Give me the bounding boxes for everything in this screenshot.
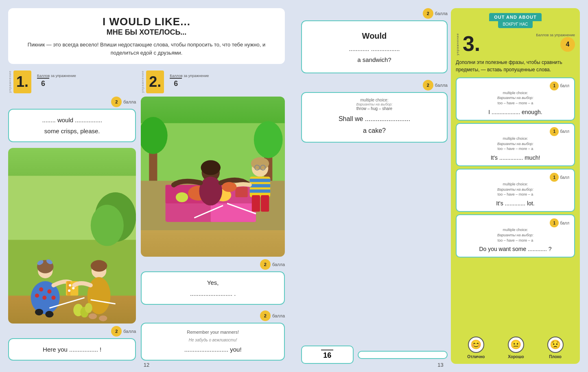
ex1-points1-label: балла bbox=[123, 99, 136, 104]
description: Пикник — это всегда весело! Впиши недост… bbox=[20, 41, 273, 57]
smiley-good[interactable]: 😐 Хорошо bbox=[508, 337, 524, 359]
ex3-card0-text: I .................. enough. bbox=[461, 106, 569, 117]
ex1-sentence1-line2: some crisps, please. bbox=[15, 125, 129, 136]
title-en: I WOULD LIKE... bbox=[20, 15, 273, 28]
ex3-card1-badge: 1 bbox=[550, 127, 559, 136]
ex3-card3-choices: multiple choice: Варианты на выбор: too … bbox=[461, 227, 569, 243]
ex2-yes-line1: Yes, bbox=[148, 277, 278, 288]
ex2-points1-badge: 2 bbox=[260, 259, 271, 270]
svg-point-11 bbox=[47, 289, 51, 293]
shall-card-wrapper: 2 балла multiple choice: Варианты на выб… bbox=[301, 80, 448, 146]
svg-point-56 bbox=[222, 182, 236, 192]
ex1-illustration bbox=[8, 148, 136, 324]
ex3-card-3[interactable]: 1 балл multiple choice: Варианты на выбо… bbox=[456, 214, 575, 258]
ex1-sentence1-card[interactable]: ........ would ................ some cri… bbox=[8, 109, 136, 142]
ex2-score-value: 6 bbox=[170, 78, 182, 88]
total-score-card: 16 bbox=[301, 346, 354, 364]
svg-point-16 bbox=[45, 311, 53, 317]
ex3-score-badge: 4 bbox=[560, 37, 575, 52]
svg-rect-43 bbox=[236, 187, 248, 197]
header-card: I WOULD LIKE... МНЕ БЫ ХОТЕЛОСЬ... Пикни… bbox=[8, 8, 285, 64]
smiley-excellent[interactable]: 😊 Отлично bbox=[467, 337, 485, 359]
ex3-card2-badge: 1 bbox=[550, 173, 559, 182]
ex3-vertical-label: упражнение bbox=[456, 33, 459, 55]
shall-card[interactable]: multiple choice: Варианты на выбор: thro… bbox=[301, 92, 448, 143]
would-card[interactable]: Would ............ ................. a s… bbox=[301, 20, 448, 73]
svg-point-26 bbox=[99, 315, 107, 321]
ex3-card2-text: It's ............. lot. bbox=[461, 197, 569, 208]
ex2-remember-ru: Не забудь о вежливости! bbox=[148, 337, 278, 344]
ex1-sentence2: Here you ................. ! bbox=[15, 344, 129, 355]
exercise-2-col-left: упражнение 2. Баллов за упражнение 6 bbox=[141, 70, 285, 364]
title-ru: МНЕ БЫ ХОТЕЛОСЬ... bbox=[20, 28, 273, 37]
ex3-description: Дополни эти полезные фразы, чтобы сравни… bbox=[456, 59, 575, 73]
ex3-header-area: OUT AND ABOUT ВОКРУГ НАС bbox=[456, 13, 575, 30]
ex2-points2-label: балла bbox=[272, 313, 285, 318]
svg-rect-51 bbox=[250, 179, 271, 182]
svg-point-12 bbox=[42, 296, 46, 300]
smiley-bad[interactable]: 😟 Плохо bbox=[547, 337, 564, 359]
svg-point-21 bbox=[68, 289, 70, 292]
ex2-points1-label: балла bbox=[272, 262, 285, 267]
ex3-card3-text: Do you want some ............ ? bbox=[461, 243, 569, 253]
smiley-bad-label: Плохо bbox=[549, 354, 562, 359]
ex1-score-value: 6 bbox=[37, 78, 49, 88]
svg-rect-52 bbox=[250, 184, 271, 187]
svg-point-13 bbox=[51, 296, 55, 300]
smiley-excellent-face: 😊 bbox=[468, 337, 484, 353]
shall-choices-label: multiple choice: bbox=[308, 98, 440, 102]
svg-rect-18 bbox=[67, 281, 70, 295]
ex3-card-2[interactable]: 1 балл multiple choice: Варианты на выбо… bbox=[456, 169, 575, 212]
ex3-card1-choices: multiple choice: Варианты на выбор: too … bbox=[461, 136, 569, 152]
total-score-empty-card[interactable] bbox=[358, 351, 448, 359]
ex2-remember-en: Remember your manners! bbox=[148, 328, 278, 337]
ex3-card0-badge-label: балл bbox=[560, 84, 569, 88]
ex2-vertical-label: упражнение bbox=[141, 70, 144, 93]
ex3-card0-badge: 1 bbox=[550, 81, 559, 90]
exercises-row: упражнение 1. Баллов за упражнение 6 bbox=[8, 70, 285, 364]
svg-point-14 bbox=[35, 293, 39, 297]
ex3-card2-badge-label: балл bbox=[560, 175, 569, 180]
left-page: I WOULD LIKE... МНЕ БЫ ХОТЕЛОСЬ... Пикни… bbox=[0, 0, 293, 372]
ex1-points1-row: 2 балла bbox=[8, 97, 136, 107]
ex1-points2-badge: 2 bbox=[111, 326, 122, 337]
ex3-card-0[interactable]: 1 балл multiple choice: Варианты на выбо… bbox=[456, 77, 575, 121]
page-num-left: 12 bbox=[144, 362, 149, 368]
would-points-badge: 2 bbox=[423, 8, 433, 19]
svg-point-29 bbox=[85, 303, 92, 313]
would-points-label: балла bbox=[435, 11, 448, 16]
ex3-card-1[interactable]: 1 балл multiple choice: Варианты на выбо… bbox=[456, 123, 575, 166]
would-line3: a sandwich? bbox=[357, 54, 391, 65]
svg-point-44 bbox=[176, 192, 188, 202]
ex1-score-label: Баллов за упражнение bbox=[37, 74, 76, 78]
would-line2: ............ ................. bbox=[349, 43, 400, 54]
would-points-row: 2 балла bbox=[301, 8, 448, 19]
svg-point-47 bbox=[199, 177, 223, 206]
smiley-good-label: Хорошо bbox=[508, 354, 524, 359]
shall-points-row: 2 балла bbox=[301, 80, 448, 90]
ex1-points2-label: балла bbox=[123, 329, 136, 334]
ex1-points2-row: 2 балла bbox=[8, 326, 136, 337]
ex3-title-en: OUT AND ABOUT bbox=[489, 13, 541, 21]
ex2-yes-card[interactable]: Yes, ......................... . bbox=[141, 271, 285, 305]
svg-point-46 bbox=[201, 160, 221, 175]
ex3-title-ru: ВОКРУГ НАС bbox=[498, 21, 533, 28]
ex2-points2-badge: 2 bbox=[260, 310, 271, 321]
bottom-score-row: 16 bbox=[301, 346, 448, 364]
ex3-cards: 1 балл multiple choice: Варианты на выбо… bbox=[456, 77, 575, 260]
ex3-card3-badge-label: балл bbox=[560, 221, 569, 225]
smiley-bad-face: 😟 bbox=[547, 337, 564, 353]
ex2-points1-row: 2 балла bbox=[141, 259, 285, 270]
ex1-sentence2-card[interactable]: Here you ................. ! bbox=[8, 338, 136, 361]
shall-points-label: балла bbox=[435, 83, 448, 88]
ex2-number: 2. bbox=[146, 70, 164, 93]
svg-point-23 bbox=[91, 260, 107, 271]
shall-choices: throw – hug – share bbox=[308, 106, 440, 111]
smiley-row: 😊 Отлично 😐 Хорошо 😟 Плохо bbox=[456, 332, 575, 359]
ex2-you-card[interactable]: Remember your manners! Не забудь о вежли… bbox=[141, 323, 285, 361]
page-num-right: 13 bbox=[437, 362, 443, 368]
svg-point-3 bbox=[91, 205, 124, 246]
ex1-sentence1-line1: ........ would ................ bbox=[15, 114, 129, 125]
ex3-number: 3. bbox=[463, 33, 480, 54]
smiley-good-face: 😐 bbox=[508, 337, 524, 353]
